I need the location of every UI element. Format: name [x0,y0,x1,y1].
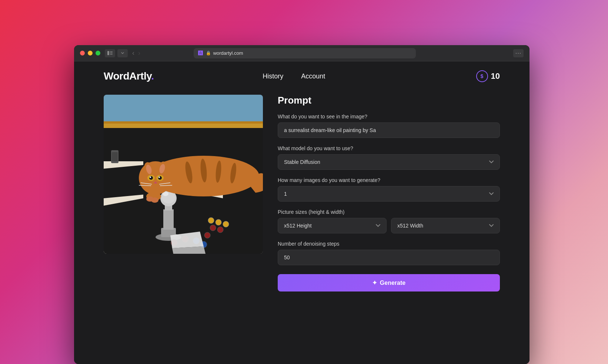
maximize-button[interactable] [96,51,100,55]
lock-icon: 🔒 [206,51,211,55]
model-select[interactable]: Stable Diffusion [278,154,500,170]
prompt-label: What do you want to see in the image? [278,114,500,119]
svg-point-55 [208,218,214,223]
svg-point-57 [223,221,229,227]
svg-point-45 [150,176,151,178]
denoising-input[interactable] [278,250,500,265]
logo-dot: . [151,70,154,82]
svg-rect-2 [110,53,113,54]
generate-button[interactable]: ✦ Generate [278,274,500,291]
svg-point-59 [217,227,223,233]
svg-point-36 [139,161,172,195]
svg-point-44 [158,176,162,180]
count-form-group: How many images do you want to generate?… [278,177,500,202]
count-label: How many images do you want to generate? [278,177,500,183]
size-form-group: Picture sizes (height & width) x512 Heig… [278,209,500,233]
prompt-panel: Prompt What do you want to see in the im… [278,95,500,349]
svg-marker-20 [104,209,143,232]
count-select[interactable]: 1 2 3 4 [278,186,500,202]
svg-point-60 [204,232,210,238]
title-bar: ‹ › 🅰 🔒 wordartyl.com ··· [74,45,530,61]
nav-link-history[interactable]: History [263,73,283,80]
height-select[interactable]: x512 Height x256 Height x768 Height x102… [278,218,387,233]
navigation: WordArtly. History Account $ 10 [74,61,530,91]
nav-credits: $ 10 [476,70,500,82]
dropdown-arrow-button[interactable] [117,49,128,57]
svg-rect-5 [104,95,263,124]
forward-button[interactable]: › [138,49,140,57]
svg-rect-0 [107,51,109,55]
denoising-form-group: Number of denoising steps [278,241,500,265]
main-area: Prompt What do you want to see in the im… [74,91,530,364]
prompt-input[interactable] [278,122,500,138]
traffic-lights [80,51,100,55]
denoising-label: Number of denoising steps [278,241,500,247]
svg-point-43 [149,176,153,180]
image-section [104,95,263,349]
credits-icon: $ [476,70,488,82]
generate-btn-icon: ✦ [372,279,377,286]
svg-point-56 [216,219,221,225]
logo[interactable]: WordArtly. [104,70,154,82]
prompt-form-group: What do you want to see in the image? [278,114,500,138]
logo-text: WordArtly [104,70,151,82]
svg-line-49 [139,185,151,186]
sidebar-toggle-button[interactable] [105,49,115,57]
credits-count: 10 [491,71,500,81]
nav-link-account[interactable]: Account [301,73,325,80]
painting-svg [104,95,263,254]
svg-point-46 [158,176,160,178]
page-content: WordArtly. History Account $ 10 [74,61,530,364]
size-select-row: x512 Height x256 Height x768 Height x102… [278,218,500,233]
svg-point-54 [151,198,158,203]
svg-marker-23 [223,232,263,254]
back-button[interactable]: ‹ [132,49,134,57]
more-options-button[interactable]: ··· [513,49,524,57]
prompt-title: Prompt [278,95,500,106]
size-label: Picture sizes (height & width) [278,209,500,215]
svg-point-58 [210,225,216,231]
svg-rect-26 [163,209,174,230]
favicon-icon: 🅰 [198,50,203,56]
address-bar[interactable]: 🅰 🔒 wordartyl.com [194,48,416,58]
generate-btn-label: Generate [380,280,405,286]
title-bar-right: ··· [513,49,524,57]
svg-line-51 [160,185,172,186]
browser-window: ‹ › 🅰 🔒 wordartyl.com ··· WordArtly. His… [74,45,530,364]
svg-rect-3 [110,54,113,55]
svg-rect-68 [112,152,118,161]
svg-marker-16 [104,176,143,191]
close-button[interactable] [80,51,85,55]
nav-links: History Account [263,73,325,80]
minimize-button[interactable] [88,51,93,55]
url-text: wordartyl.com [213,50,243,56]
model-label: What model do you want to use? [278,145,500,151]
model-form-group: What model do you want to use? Stable Di… [278,145,500,170]
svg-rect-7 [104,121,263,124]
window-controls [105,49,128,57]
width-select[interactable]: x512 Width x256 Width x768 Width x1024 W… [391,218,500,233]
generated-image [104,95,263,254]
svg-rect-1 [110,51,113,52]
